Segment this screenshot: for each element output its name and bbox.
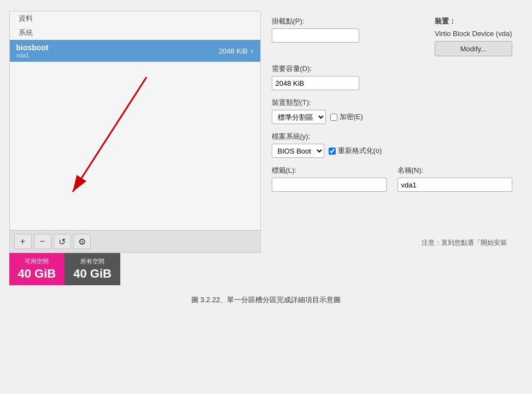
note-text: 注意：直到您點選「開始安裝: [272, 238, 512, 248]
name-label: 名稱(N):: [397, 166, 512, 175]
remove-partition-button[interactable]: −: [34, 234, 51, 249]
sidebar-system-label: 系統: [19, 28, 33, 38]
total-space-bar: 所有空間 40 GiB: [65, 253, 120, 285]
sidebar-item-biosboot[interactable]: biosboot vda1 2048 KiB ›: [10, 40, 260, 62]
biosboot-size-group: 2048 KiB ›: [219, 46, 253, 55]
filesystem-label: 檔案系統(y):: [272, 132, 512, 142]
gear-icon: ⚙: [78, 237, 86, 247]
tag-name-row: 標籤(L): 名稱(N):: [272, 166, 512, 192]
add-icon: +: [20, 237, 25, 246]
partition-toolbar: + − ↺ ⚙: [10, 230, 260, 252]
filesystem-row: BIOS Boot 重新格式化(o): [272, 144, 512, 158]
name-input[interactable]: [397, 178, 512, 192]
device-value: Virtio Block Device (vda): [435, 30, 512, 38]
device-type-select[interactable]: 標準分割區: [272, 110, 326, 124]
mount-point-group: 掛載點(P):: [272, 16, 359, 43]
refresh-partition-button[interactable]: ↺: [54, 234, 71, 249]
biosboot-size: 2048 KiB: [219, 47, 248, 55]
total-space-value: 40 GiB: [73, 267, 112, 281]
right-spacer: [272, 199, 512, 227]
bottom-section: 可用空間 40 GiB 所有空間 40 GiB 圖 3.2.22、單一分區槽分區…: [9, 253, 523, 305]
device-info-group: 裝置： Virtio Block Device (vda) Modify...: [435, 16, 512, 56]
caption: 圖 3.2.22、單一分區槽分區完成詳細項目示意圖: [9, 295, 523, 305]
settings-partition-button[interactable]: ⚙: [73, 234, 91, 249]
sidebar-data-label: 資料: [19, 14, 33, 23]
biosboot-name: biosboot: [16, 43, 49, 52]
total-space-label: 所有空間: [80, 257, 104, 266]
sidebar-item-data[interactable]: 資料: [10, 11, 260, 26]
tag-label: 標籤(L):: [272, 166, 387, 175]
filesystem-select[interactable]: BIOS Boot: [272, 144, 324, 158]
minus-icon: −: [40, 237, 45, 246]
chevron-right-icon: ›: [251, 46, 254, 55]
refresh-icon: ↺: [59, 237, 66, 247]
reformat-checkbox[interactable]: [329, 148, 336, 155]
right-top-row: 掛載點(P): 裝置： Virtio Block Device (vda) Mo…: [272, 16, 512, 56]
available-space-value: 40 GiB: [18, 267, 56, 281]
biosboot-sub: vda1: [16, 52, 49, 58]
biosboot-name-group: biosboot vda1: [16, 43, 49, 58]
reformat-checkbox-label: 重新格式化(o): [329, 146, 382, 156]
encrypt-label-text: 加密(E): [340, 112, 363, 122]
available-space-bar: 可用空間 40 GiB: [9, 253, 65, 285]
tag-input[interactable]: [272, 178, 387, 192]
modify-button[interactable]: Modify...: [435, 41, 512, 56]
device-type-group: 裝置類型(T): 標準分割區 加密(E): [272, 98, 512, 124]
partition-list: 資料 系統 biosboot vda1 2048 KiB ›: [10, 11, 260, 230]
name-group: 名稱(N):: [397, 166, 512, 192]
required-capacity-label: 需要容量(D):: [272, 64, 512, 74]
right-panel: 掛載點(P): 裝置： Virtio Block Device (vda) Mo…: [261, 11, 523, 253]
reformat-label-text: 重新格式化(o): [338, 146, 382, 156]
filesystem-group: 檔案系統(y): BIOS Boot 重新格式化(o): [272, 132, 512, 158]
add-partition-button[interactable]: +: [14, 234, 32, 249]
encrypt-checkbox-label: 加密(E): [330, 112, 363, 122]
available-space-label: 可用空間: [25, 257, 49, 266]
mount-point-label: 掛載點(P):: [272, 16, 359, 26]
required-capacity-group: 需要容量(D):: [272, 64, 512, 90]
device-type-label: 裝置類型(T):: [272, 98, 512, 108]
tag-group: 標籤(L):: [272, 166, 387, 192]
partition-panel: 資料 系統 biosboot vda1 2048 KiB ›: [9, 11, 261, 253]
space-bars: 可用空間 40 GiB 所有空間 40 GiB: [9, 253, 261, 285]
device-heading: 裝置：: [435, 16, 512, 26]
mount-point-input[interactable]: [272, 28, 359, 43]
required-capacity-input[interactable]: [272, 76, 359, 90]
sidebar-item-system[interactable]: 系統: [10, 26, 260, 40]
device-type-row: 標準分割區 加密(E): [272, 110, 512, 124]
encrypt-checkbox[interactable]: [330, 114, 337, 121]
